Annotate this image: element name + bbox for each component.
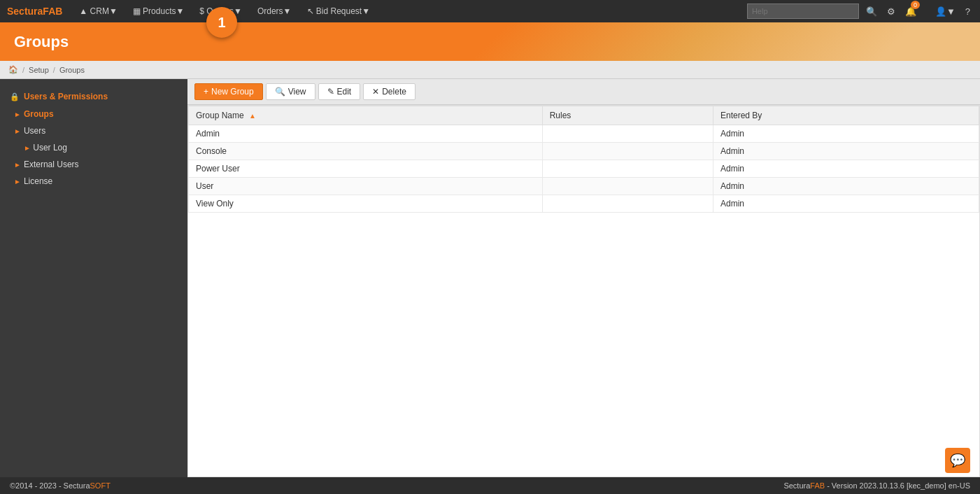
cell-group-name: User — [189, 178, 543, 195]
footer-copyright: ©2014 - 2023 - Sectura — [10, 481, 90, 490]
notification-badge: 0 — [911, 1, 920, 9]
page-title: Groups — [14, 33, 69, 51]
cell-rules — [542, 178, 713, 195]
table-row[interactable]: User Admin — [189, 178, 979, 195]
breadcrumb-sep2: / — [53, 66, 55, 74]
search-icon[interactable]: 🔍 — [863, 5, 880, 18]
sidebar-section-title: 🔒 Users & Permissions — [0, 86, 187, 106]
sidebar-label-users: Users — [24, 126, 45, 136]
cell-entered-by: Admin — [713, 178, 979, 195]
nav-bid-request[interactable]: ↖ Bid Request▼ — [301, 3, 376, 19]
cell-rules — [542, 125, 713, 143]
cell-group-name: View Only — [189, 195, 543, 213]
cell-group-name: Power User — [189, 160, 543, 178]
footer-right: SecturaFAB - Version 2023.10.13.6 [kec_d… — [783, 481, 970, 490]
table-header-row: Group Name ▲ Rules Entered By — [189, 106, 979, 125]
plus-icon: + — [204, 87, 208, 97]
breadcrumb-groups: Groups — [59, 66, 85, 74]
cell-rules — [542, 143, 713, 160]
sidebar-item-userlog[interactable]: ► User Log — [0, 139, 187, 156]
nav-crm[interactable]: ▲ CRM▼ — [73, 3, 122, 19]
main-layout: 🔒 Users & Permissions ► Groups ► Users ►… — [0, 79, 980, 477]
nav-right: 🔍 ⚙ 🔔0 👤▼ ? — [747, 3, 973, 19]
edit-icon: ✎ — [327, 87, 334, 97]
cell-rules — [542, 160, 713, 178]
help-icon[interactable]: ? — [963, 5, 973, 18]
breadcrumb-home-icon[interactable]: 🏠 — [8, 65, 18, 74]
sidebar: 🔒 Users & Permissions ► Groups ► Users ►… — [0, 79, 187, 477]
col-group-name[interactable]: Group Name ▲ — [189, 106, 543, 125]
sidebar-item-groups[interactable]: ► Groups — [0, 106, 187, 122]
footer: ©2014 - 2023 - SecturaSOFT SecturaFAB - … — [0, 477, 980, 494]
col-entered-by[interactable]: Entered By — [713, 106, 979, 125]
sidebar-label-license: License — [24, 176, 52, 186]
sidebar-item-license[interactable]: ► License — [0, 173, 187, 190]
notification-icon[interactable]: 🔔0 — [902, 4, 928, 18]
top-nav: SecturaFAB ▲ CRM▼ ▦ Products▼ $ Quotes▼ … — [0, 0, 980, 22]
cell-group-name: Console — [189, 143, 543, 160]
sidebar-item-external-users[interactable]: ► External Users — [0, 156, 187, 173]
arrow-icon-userlog: ► — [24, 144, 31, 152]
brand-part2: FAB — [43, 6, 62, 17]
groups-table: Group Name ▲ Rules Entered By Admin — [188, 106, 979, 213]
delete-button[interactable]: ✕ Delete — [363, 83, 416, 100]
chat-icon: 💬 — [950, 453, 965, 468]
edit-button[interactable]: ✎ Edit — [318, 83, 361, 100]
chat-button[interactable]: 💬 — [945, 448, 970, 473]
view-icon: 🔍 — [275, 87, 285, 97]
toolbar: + New Group 🔍 View ✎ Edit ✕ Delete — [187, 79, 980, 105]
cell-entered-by: Admin — [713, 125, 979, 143]
table-row[interactable]: Power User Admin — [189, 160, 979, 178]
settings-icon[interactable]: ⚙ — [884, 5, 898, 18]
cell-rules — [542, 195, 713, 213]
table-row[interactable]: Console Admin — [189, 143, 979, 160]
step-indicator: 1 — [206, 7, 237, 38]
sort-arrow-icon: ▲ — [249, 112, 256, 120]
footer-left: ©2014 - 2023 - SecturaSOFT — [10, 481, 111, 490]
cell-group-name: Admin — [189, 125, 543, 143]
user-icon[interactable]: 👤▼ — [932, 5, 958, 18]
nav-products[interactable]: ▦ Products▼ — [127, 3, 190, 19]
sidebar-label-groups: Groups — [24, 109, 54, 119]
page-header: Groups — [0, 22, 980, 61]
arrow-icon-external: ► — [14, 161, 21, 169]
brand-logo[interactable]: SecturaFAB — [7, 6, 62, 17]
arrow-icon-license: ► — [14, 178, 21, 185]
arrow-icon-groups: ► — [14, 111, 21, 118]
sidebar-item-users[interactable]: ► Users — [0, 122, 187, 139]
table-row[interactable]: Admin Admin — [189, 125, 979, 143]
arrow-icon-users: ► — [14, 127, 21, 135]
cell-entered-by: Admin — [713, 143, 979, 160]
lock-icon: 🔒 — [10, 92, 20, 101]
sidebar-label-userlog: User Log — [33, 143, 67, 153]
col-rules[interactable]: Rules — [542, 106, 713, 125]
brand-part1: Sectura — [7, 6, 43, 17]
footer-brand-soft: SOFT — [90, 481, 111, 490]
breadcrumb-sep1: / — [22, 66, 24, 74]
table-row[interactable]: View Only Admin — [189, 195, 979, 213]
table-container[interactable]: Group Name ▲ Rules Entered By Admin — [187, 105, 980, 477]
view-button[interactable]: 🔍 View — [266, 83, 315, 100]
content-area: + New Group 🔍 View ✎ Edit ✕ Delete — [187, 79, 980, 477]
cell-entered-by: Admin — [713, 195, 979, 213]
delete-icon: ✕ — [372, 87, 379, 97]
cell-entered-by: Admin — [713, 160, 979, 178]
footer-right-brand: SecturaFAB - Version 2023.10.13.6 [kec_d… — [783, 481, 970, 490]
search-input[interactable] — [747, 3, 859, 19]
breadcrumb-setup[interactable]: Setup — [29, 66, 49, 74]
new-group-button[interactable]: + New Group — [194, 83, 263, 100]
sidebar-label-external: External Users — [24, 160, 79, 169]
nav-orders[interactable]: Orders▼ — [252, 3, 297, 19]
breadcrumb: 🏠 / Setup / Groups — [0, 61, 980, 79]
